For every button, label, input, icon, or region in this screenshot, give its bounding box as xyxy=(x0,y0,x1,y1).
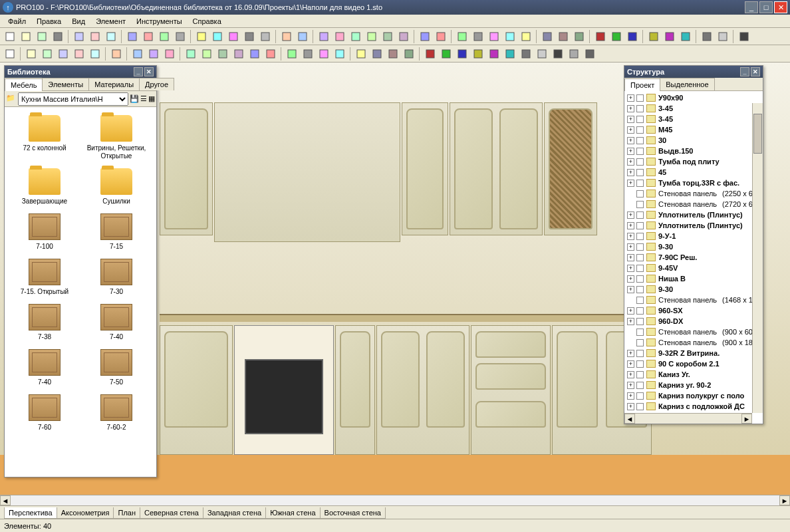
toolbar-button-37[interactable] xyxy=(519,29,533,44)
tree-expand-icon[interactable]: + xyxy=(627,371,634,378)
toolbar-button-9[interactable] xyxy=(125,29,140,44)
tree-row[interactable]: +30 xyxy=(626,135,751,146)
tree-checkbox[interactable] xyxy=(636,243,644,251)
toolbar-button-12[interactable] xyxy=(173,29,188,44)
toolbar2-button-12[interactable] xyxy=(162,47,177,61)
toolbar-button-30[interactable] xyxy=(418,29,432,44)
library-item[interactable]: 7-30 xyxy=(82,256,151,299)
toolbar2-button-14[interactable] xyxy=(184,47,198,61)
tree-checkbox[interactable] xyxy=(636,148,644,155)
tree-checkbox[interactable] xyxy=(636,254,644,261)
tree-row[interactable]: +3-45 xyxy=(626,114,751,124)
tree-checkbox[interactable] xyxy=(636,211,644,219)
tree-row[interactable]: Стеновая панель(2720 x 600 xyxy=(626,199,751,209)
toolbar2-button-32[interactable] xyxy=(439,47,454,61)
toolbar-button-54[interactable] xyxy=(737,29,751,44)
library-item[interactable]: Сушилки xyxy=(82,166,151,208)
toolbar-button-16[interactable] xyxy=(226,29,241,44)
toolbar2-button-26[interactable] xyxy=(354,47,368,61)
tree-row[interactable]: Стеновая панель(900 x 600 x xyxy=(626,327,751,337)
menu-Справка[interactable]: Справка xyxy=(188,16,227,27)
toolbar-button-44[interactable] xyxy=(609,29,624,44)
toolbar-button-18[interactable] xyxy=(258,29,273,44)
workspace-scrollbar-h[interactable]: ◄ ► xyxy=(0,495,790,505)
toolbar2-button-18[interactable] xyxy=(247,47,262,61)
tree-checkbox[interactable] xyxy=(636,382,644,389)
library-item[interactable]: 7-60 xyxy=(10,392,79,434)
toolbar-button-7[interactable] xyxy=(104,29,118,44)
library-path-dropdown[interactable]: Кухни Массив Италия\Н xyxy=(18,92,128,106)
tree-expand-icon[interactable]: + xyxy=(627,180,634,187)
tree-row[interactable]: +У90x90 xyxy=(626,92,751,103)
toolbar2-button-24[interactable] xyxy=(332,47,347,61)
toolbar-button-25[interactable] xyxy=(348,29,363,44)
tree-expand-icon[interactable]: + xyxy=(627,275,634,283)
library-tab-Элементы[interactable]: Элементы xyxy=(42,78,89,90)
library-item[interactable]: 7-40 xyxy=(10,346,79,389)
scroll-left-icon[interactable]: ◄ xyxy=(0,495,11,505)
toolbar-button-47[interactable] xyxy=(646,29,661,44)
toolbar2-button-28[interactable] xyxy=(386,47,400,61)
library-view-list-button[interactable]: ☰ xyxy=(140,94,147,103)
toolbar-button-36[interactable] xyxy=(503,29,517,44)
toolbar2-button-31[interactable] xyxy=(423,47,438,61)
toolbar2-button-37[interactable] xyxy=(519,47,533,61)
toolbar-button-49[interactable] xyxy=(678,29,693,44)
toolbar-button-35[interactable] xyxy=(487,29,501,44)
tree-expand-icon[interactable]: + xyxy=(627,382,634,389)
tree-row[interactable]: Стеновая панель(900 x 187 x xyxy=(626,337,751,348)
tree-row[interactable]: +7-90С Реш. xyxy=(626,252,751,263)
toolbar2-button-39[interactable] xyxy=(551,47,565,61)
tree-checkbox[interactable] xyxy=(636,307,644,315)
toolbar2-button-5[interactable] xyxy=(72,47,86,61)
tree-row[interactable]: +Уплотнитель (Плинтус) xyxy=(626,209,751,220)
tree-row[interactable]: +45 xyxy=(626,167,751,178)
toolbar2-button-21[interactable] xyxy=(285,47,299,61)
toolbar2-button-8[interactable] xyxy=(109,47,124,61)
tree-row[interactable]: Стеновая панель(2250 x 600 xyxy=(626,188,751,199)
view-tab-3[interactable]: Северная стена xyxy=(140,507,203,519)
tree-row[interactable]: +М45 xyxy=(626,124,751,135)
toolbar-button-31[interactable] xyxy=(434,29,448,44)
toolbar-button-23[interactable] xyxy=(317,29,331,44)
toolbar-button-39[interactable] xyxy=(540,29,555,44)
toolbar-button-28[interactable] xyxy=(396,29,411,44)
toolbar-button-5[interactable] xyxy=(72,29,86,44)
toolbar2-button-40[interactable] xyxy=(567,47,581,61)
tree-expand-icon[interactable]: + xyxy=(627,137,634,144)
toolbar-button-52[interactable] xyxy=(716,29,730,44)
tree-expand-icon[interactable]: + xyxy=(627,318,634,325)
tree-expand-icon[interactable]: + xyxy=(627,243,634,251)
tree-expand-icon[interactable]: + xyxy=(627,169,634,176)
tree-expand-icon[interactable]: + xyxy=(627,360,634,368)
menu-Файл[interactable]: Файл xyxy=(3,16,31,27)
toolbar-button-26[interactable] xyxy=(364,29,379,44)
tree-row[interactable]: +Выдв.150 xyxy=(626,146,751,156)
tree-checkbox[interactable] xyxy=(636,403,644,410)
toolbar-button-48[interactable] xyxy=(662,29,677,44)
tree-expand-icon[interactable]: + xyxy=(627,307,634,315)
toolbar2-button-16[interactable] xyxy=(215,47,230,61)
close-button[interactable]: ✕ xyxy=(774,1,787,13)
tree-checkbox[interactable] xyxy=(636,180,644,187)
library-close-icon[interactable]: ✕ xyxy=(144,67,154,76)
menu-Инструменты[interactable]: Инструменты xyxy=(131,16,188,27)
toolbar2-button-19[interactable] xyxy=(263,47,278,61)
tree-row[interactable]: +Карниз полукруг с поло xyxy=(626,390,751,401)
toolbar2-button-15[interactable] xyxy=(199,47,214,61)
tree-checkbox[interactable] xyxy=(636,339,644,346)
tree-expand-icon[interactable]: + xyxy=(627,286,634,293)
library-tab-Материалы[interactable]: Материалы xyxy=(88,78,140,90)
tree-row[interactable]: +9-У-1 xyxy=(626,231,751,241)
toolbar2-button-2[interactable] xyxy=(24,47,39,61)
library-panel-title[interactable]: Библиотека _ ✕ xyxy=(5,66,156,78)
structure-minimize-icon[interactable]: _ xyxy=(740,67,749,76)
tree-checkbox[interactable] xyxy=(636,350,644,357)
tree-checkbox[interactable] xyxy=(636,201,644,208)
toolbar-button-34[interactable] xyxy=(471,29,485,44)
library-item[interactable]: Завершающие xyxy=(10,166,79,208)
tree-expand-icon[interactable]: + xyxy=(627,211,634,219)
tree-checkbox[interactable] xyxy=(636,360,644,368)
tree-checkbox[interactable] xyxy=(636,222,644,229)
tree-expand-icon[interactable]: + xyxy=(627,148,634,155)
